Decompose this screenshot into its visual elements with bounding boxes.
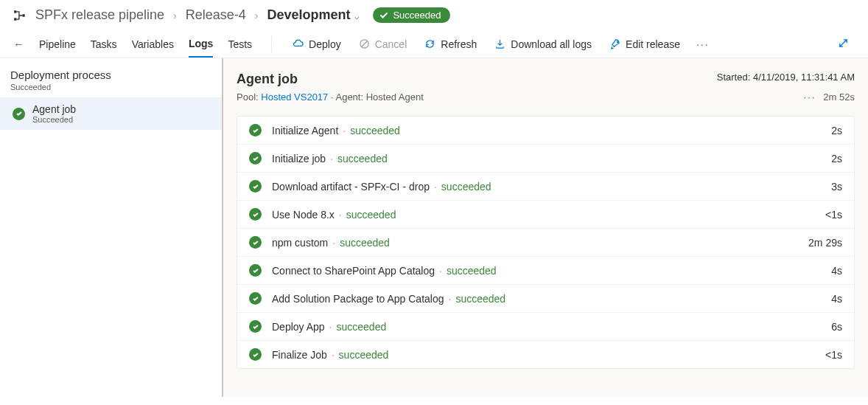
step-row[interactable]: Add Solution Package to App Catalog·succ… xyxy=(237,284,854,312)
tab-logs[interactable]: Logs xyxy=(189,30,213,58)
started-timestamp: Started: 4/11/2019, 11:31:41 AM xyxy=(717,72,855,87)
step-status: succeeded xyxy=(350,125,400,136)
edit-release-button[interactable]: Edit release xyxy=(601,31,689,58)
step-duration: <1s xyxy=(825,209,842,221)
sidebar-job-item[interactable]: Agent job Succeeded xyxy=(0,97,222,130)
download-logs-button[interactable]: Download all logs xyxy=(486,31,601,58)
step-duration: 6s xyxy=(831,321,842,333)
steps-list: Initialize Agent·succeeded2sInitialize j… xyxy=(237,116,855,369)
step-row[interactable]: Use Node 8.x·succeeded<1s xyxy=(237,200,854,228)
step-row[interactable]: npm custom·succeeded2m 29s xyxy=(237,228,854,256)
breadcrumb-pipeline[interactable]: SPFx release pipeline xyxy=(35,7,164,23)
step-duration: 2s xyxy=(831,125,842,136)
pool-agent-info: Pool: Hosted VS2017 · Agent: Hosted Agen… xyxy=(237,91,424,103)
sidebar: Deployment process Succeeded Agent job S… xyxy=(0,58,223,397)
cancel-button: Cancel xyxy=(350,31,416,58)
breadcrumb-stage-dropdown[interactable]: Development ⌵ xyxy=(267,7,360,23)
cancel-icon xyxy=(359,38,370,49)
back-button[interactable]: ← xyxy=(13,38,24,50)
status-badge: Succeeded xyxy=(373,7,450,23)
refresh-icon xyxy=(424,38,435,49)
check-circle-icon xyxy=(249,124,262,136)
step-duration: <1s xyxy=(825,349,842,361)
detail-title: Agent job xyxy=(237,72,298,87)
pipeline-icon xyxy=(13,9,27,22)
step-name: Finalize Job xyxy=(272,349,327,361)
check-circle-icon xyxy=(249,236,262,249)
check-circle-icon xyxy=(249,348,262,361)
pool-link[interactable]: Hosted VS2017 xyxy=(261,91,328,103)
step-duration: 2m 29s xyxy=(808,237,842,249)
tab-tasks[interactable]: Tasks xyxy=(91,31,117,57)
check-circle-icon xyxy=(249,320,262,333)
breadcrumb: SPFx release pipeline › Release-4 › Deve… xyxy=(0,0,868,30)
refresh-button[interactable]: Refresh xyxy=(416,31,486,58)
step-row[interactable]: Initialize Agent·succeeded2s xyxy=(237,117,854,144)
expand-button[interactable] xyxy=(832,32,855,57)
deploy-label: Deploy xyxy=(309,38,341,50)
divider xyxy=(271,36,272,52)
step-duration: 4s xyxy=(831,265,842,277)
step-name: Connect to SharePoint App Catalog xyxy=(272,265,435,277)
step-row[interactable]: Connect to SharePoint App Catalog·succee… xyxy=(237,256,854,284)
download-label: Download all logs xyxy=(511,38,592,50)
check-circle-icon xyxy=(249,180,262,193)
step-status: succeeded xyxy=(346,209,396,221)
step-status: succeeded xyxy=(337,153,388,165)
tab-tests[interactable]: Tests xyxy=(228,31,252,57)
check-circle-icon xyxy=(249,152,262,165)
refresh-label: Refresh xyxy=(441,38,477,50)
step-row[interactable]: Deploy App·succeeded6s xyxy=(237,312,854,340)
check-circle-icon xyxy=(249,208,262,221)
step-name: npm custom xyxy=(272,237,328,249)
job-more-button[interactable]: ··· xyxy=(804,91,816,103)
chevron-right-icon: › xyxy=(173,10,177,21)
step-status: succeeded xyxy=(455,293,505,305)
breadcrumb-stage: Development xyxy=(267,7,351,22)
sidebar-job-title: Agent job xyxy=(32,103,76,115)
download-icon xyxy=(494,38,505,49)
chevron-right-icon: › xyxy=(255,10,259,21)
step-duration: 3s xyxy=(831,181,842,193)
step-name: Add Solution Package to App Catalog xyxy=(272,293,444,305)
step-duration: 2s xyxy=(831,153,842,165)
svg-rect-1 xyxy=(14,18,16,20)
job-duration: 2m 52s xyxy=(823,91,855,103)
svg-rect-0 xyxy=(14,10,16,13)
status-badge-label: Succeeded xyxy=(393,10,441,21)
step-name: Initialize job xyxy=(272,153,326,165)
check-circle-icon xyxy=(13,108,25,120)
sidebar-header: Deployment process Succeeded xyxy=(0,58,222,97)
deploy-button[interactable]: Deploy xyxy=(284,31,350,58)
step-duration: 4s xyxy=(831,293,842,305)
chevron-down-icon: ⌵ xyxy=(354,12,360,21)
check-circle-icon xyxy=(249,264,262,277)
step-name: Download artifact - SPFx-CI - drop xyxy=(272,181,430,193)
step-row[interactable]: Download artifact - SPFx-CI - drop·succe… xyxy=(237,172,854,200)
toolbar: ← Pipeline Tasks Variables Logs Tests De… xyxy=(0,30,868,58)
step-status: succeeded xyxy=(441,181,491,193)
step-status: succeeded xyxy=(337,321,387,333)
step-row[interactable]: Initialize job·succeeded2s xyxy=(237,144,854,172)
detail-pane: Agent job Started: 4/11/2019, 11:31:41 A… xyxy=(223,58,868,397)
deployment-process-status: Succeeded xyxy=(10,83,211,91)
step-row[interactable]: Finalize Job·succeeded<1s xyxy=(237,340,854,368)
sidebar-job-status: Succeeded xyxy=(32,115,76,124)
check-icon xyxy=(379,11,388,20)
step-status: succeeded xyxy=(447,265,497,277)
step-status: succeeded xyxy=(340,237,390,249)
step-name: Use Node 8.x xyxy=(272,209,335,221)
svg-rect-2 xyxy=(22,14,24,16)
step-name: Initialize Agent xyxy=(272,125,338,136)
step-status: succeeded xyxy=(339,349,389,361)
more-actions-button[interactable]: ··· xyxy=(689,34,717,55)
cancel-label: Cancel xyxy=(375,38,407,50)
tab-pipeline[interactable]: Pipeline xyxy=(39,31,76,57)
edit-label: Edit release xyxy=(626,38,680,50)
step-name: Deploy App xyxy=(272,321,325,333)
deployment-process-title: Deployment process xyxy=(10,69,211,81)
tab-variables[interactable]: Variables xyxy=(132,31,174,57)
rocket-icon xyxy=(609,38,620,49)
breadcrumb-release[interactable]: Release-4 xyxy=(186,7,246,23)
cloud-icon xyxy=(293,38,304,49)
